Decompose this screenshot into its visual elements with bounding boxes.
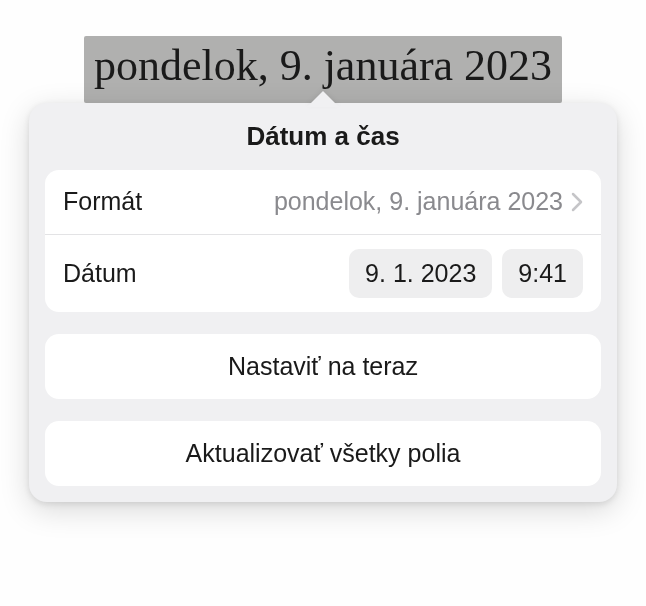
update-all-fields-button[interactable]: Aktualizovať všetky polia bbox=[45, 421, 601, 486]
format-value: pondelok, 9. januára 2023 bbox=[142, 187, 571, 216]
format-label: Formát bbox=[63, 187, 142, 216]
date-row: Dátum 9. 1. 2023 9:41 bbox=[45, 234, 601, 312]
date-label: Dátum bbox=[63, 259, 137, 288]
set-to-now-button[interactable]: Nastaviť na teraz bbox=[45, 334, 601, 399]
settings-group: Formát pondelok, 9. januára 2023 Dátum 9… bbox=[45, 170, 601, 312]
popover-body: Dátum a čas Formát pondelok, 9. januára … bbox=[29, 103, 617, 502]
date-time-popover: Dátum a čas Formát pondelok, 9. januára … bbox=[29, 103, 617, 502]
format-row[interactable]: Formát pondelok, 9. januára 2023 bbox=[45, 170, 601, 234]
popover-arrow bbox=[307, 91, 339, 107]
popover-title: Dátum a čas bbox=[45, 121, 601, 152]
time-picker-button[interactable]: 9:41 bbox=[502, 249, 583, 298]
date-picker-button[interactable]: 9. 1. 2023 bbox=[349, 249, 492, 298]
chevron-right-icon bbox=[571, 192, 583, 212]
